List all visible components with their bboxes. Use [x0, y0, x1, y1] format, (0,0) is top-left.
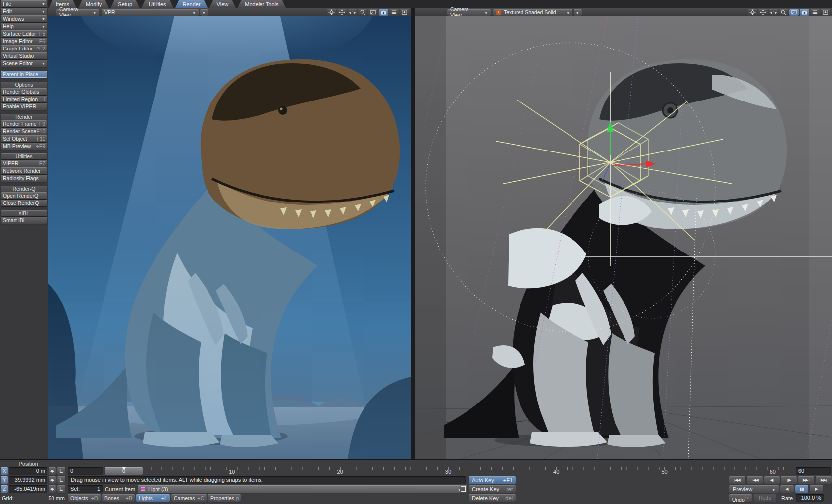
right-view-mode-dropdown[interactable]: Camera View: [447, 9, 491, 16]
chevron-down-icon: [576, 9, 579, 15]
menu-tab[interactable]: Utilities: [141, 0, 173, 8]
redo-button[interactable]: Redo: [754, 494, 776, 502]
play-button[interactable]: ▮▮: [795, 485, 809, 493]
y-value-field[interactable]: 39.9992 mm: [9, 476, 47, 484]
move-view-icon[interactable]: [337, 9, 347, 16]
sidebar-item[interactable]: Render Globals ▼: [1, 88, 47, 95]
sidebar-item[interactable]: File ▼: [1, 0, 47, 7]
undo-button[interactable]: Undo^Z: [729, 494, 752, 502]
sidebar-item[interactable]: Enable VIPER ▼: [1, 103, 47, 110]
transport-button[interactable]: +◀◀: [747, 476, 763, 484]
delete-key-button[interactable]: Delete Key del: [469, 494, 516, 502]
z-value-field[interactable]: -65.0419mm: [9, 485, 47, 493]
menu-icon[interactable]: [389, 9, 399, 16]
sidebar-item[interactable]: Parent in Place ▼: [1, 71, 47, 78]
current-item-dropdown[interactable]: Light (3): [138, 485, 464, 493]
sidebar-item: ▼: [0, 150, 48, 153]
maximize-view-icon[interactable]: [789, 9, 799, 16]
y-envelope-button[interactable]: E: [57, 476, 65, 484]
left-view-mode-dropdown[interactable]: Camera View: [56, 9, 99, 16]
left-render-mode-dropdown[interactable]: VPR: [102, 9, 199, 16]
move-view-icon[interactable]: [758, 9, 768, 16]
orbit-view-icon[interactable]: [769, 9, 778, 16]
left-render-options-dropdown[interactable]: [200, 9, 208, 16]
sidebar-item[interactable]: Smart IBL ▼: [1, 217, 47, 224]
item-type-button[interactable]: Lights +L: [136, 494, 170, 502]
right-render-options-dropdown[interactable]: [574, 9, 582, 16]
right-viewport-header: Camera View T Textured Shaded Solid: [415, 8, 832, 17]
snapshot-icon[interactable]: [400, 9, 409, 16]
item-type-button[interactable]: Properties p: [208, 494, 241, 502]
z-stepper[interactable]: [49, 485, 56, 493]
sidebar-item: ▼: [0, 207, 48, 210]
snapshot-icon[interactable]: [821, 9, 830, 16]
camera-view-icon[interactable]: [379, 9, 388, 16]
rate-field[interactable]: 100.0 %: [796, 494, 824, 502]
right-render-mode-dropdown[interactable]: T Textured Shaded Solid: [493, 9, 572, 16]
maximize-view-icon[interactable]: [368, 9, 378, 16]
sidebar-item[interactable]: MB Preview +F9 ▼: [1, 143, 47, 150]
item-type-button[interactable]: Cameras +C: [171, 494, 207, 502]
pan-view-icon[interactable]: [327, 9, 336, 16]
preview-dropdown[interactable]: Preview: [729, 485, 779, 493]
chevron-down-icon: [563, 9, 570, 15]
transport-button[interactable]: ◀||: [764, 476, 780, 484]
sidebar-item[interactable]: Close RenderQ ▼: [1, 200, 47, 206]
play-button[interactable]: ◀: [780, 485, 794, 493]
sidebar-item[interactable]: Surface Editor F5 ▼: [1, 30, 47, 37]
sidebar-item[interactable]: Sel Object F11 ▼: [1, 135, 47, 142]
orbit-view-icon[interactable]: [348, 9, 357, 16]
end-frame-field[interactable]: 60: [796, 467, 831, 475]
sidebar-item[interactable]: VIPER F7 ▼: [1, 160, 47, 167]
play-button[interactable]: ▶: [810, 485, 823, 493]
sidebar-item[interactable]: Edit ▼: [1, 8, 47, 15]
sidebar-item[interactable]: Render Scene F10 ▼: [1, 128, 47, 135]
menu-icon[interactable]: [810, 9, 820, 16]
timeline-slider-knob[interactable]: 0: [105, 467, 143, 475]
item-type-button[interactable]: Bones +B: [102, 494, 135, 502]
menu-tab[interactable]: Render: [175, 0, 208, 8]
create-key-button[interactable]: Create Key ret: [469, 485, 516, 493]
light-item-icon: [141, 487, 145, 491]
sidebar-item[interactable]: Virtual Studio ▼: [1, 52, 47, 59]
menu-tab-bar: ItemsModifySetupUtilitiesRenderViewModel…: [0, 0, 832, 9]
sidebar-item[interactable]: Open RenderQ ▼: [1, 192, 47, 199]
sidebar-item[interactable]: Radiosity Flags ▼: [1, 175, 47, 182]
frame-marker-icon: [122, 467, 126, 470]
sidebar-item[interactable]: Scene Editor ▼: [1, 60, 47, 67]
sidebar-item[interactable]: Render Frame F9 ▼: [1, 120, 47, 127]
chevron-down-icon: ▼: [42, 2, 45, 6]
item-list-panel-button[interactable]: [460, 485, 467, 493]
chevron-down-icon: [202, 9, 205, 15]
camera-view-icon[interactable]: [800, 9, 809, 16]
shaded-scene: [415, 16, 832, 459]
transport-button[interactable]: ▶▶|: [816, 476, 832, 484]
z-envelope-button[interactable]: E: [57, 485, 65, 493]
sidebar-item: ▼: [0, 78, 48, 82]
sidebar-item[interactable]: Windows ▼: [1, 15, 47, 22]
item-type-button[interactable]: Objects +O: [68, 494, 101, 502]
transport-button[interactable]: ▶▶+: [798, 476, 814, 484]
menu-tab[interactable]: View: [209, 0, 236, 8]
zoom-view-icon[interactable]: [358, 9, 367, 16]
transport-button[interactable]: |◀◀: [729, 476, 745, 484]
y-stepper[interactable]: [49, 476, 56, 484]
transport-button[interactable]: ||▶: [781, 476, 797, 484]
chevron-down-icon: [89, 9, 96, 15]
sidebar-item: sIBL ▼: [1, 210, 47, 216]
chevron-down-icon: ▼: [42, 17, 45, 21]
menu-tab[interactable]: Modeler Tools: [237, 0, 286, 8]
sidebar-item[interactable]: Limited Region l ▼: [1, 96, 47, 102]
shaded-viewport[interactable]: [415, 16, 832, 459]
vpr-render-viewport[interactable]: [48, 16, 411, 459]
sidebar-item[interactable]: Network Render ▼: [1, 167, 47, 174]
sidebar-item[interactable]: Graph Editor ^F2 ▼: [1, 45, 47, 52]
sidebar-item[interactable]: Help ▼: [1, 23, 47, 30]
sidebar-item[interactable]: Image Editor F6 ▼: [1, 38, 47, 45]
z-axis-button[interactable]: Z: [1, 485, 8, 493]
zoom-view-icon[interactable]: [779, 9, 788, 16]
pan-view-icon[interactable]: [748, 9, 757, 16]
auto-key-button[interactable]: Auto Key +F1: [469, 476, 516, 484]
y-axis-button[interactable]: Y: [1, 476, 8, 484]
menu-tab[interactable]: Setup: [110, 0, 140, 8]
